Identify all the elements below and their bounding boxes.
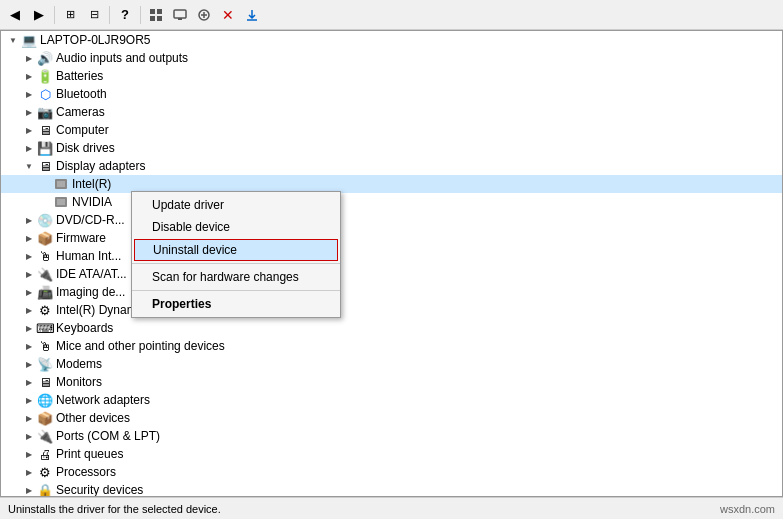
grid-icon xyxy=(149,8,163,22)
bluetooth-expand[interactable] xyxy=(21,86,37,102)
display-icon: 🖥 xyxy=(37,158,53,174)
ports-icon: 🔌 xyxy=(37,428,53,444)
tree-item-ports[interactable]: 🔌 Ports (COM & LPT) xyxy=(1,427,782,445)
humanint-expand[interactable] xyxy=(21,248,37,264)
security-expand[interactable] xyxy=(21,482,37,496)
disk-expand[interactable] xyxy=(21,140,37,156)
firmware-icon: 📦 xyxy=(37,230,53,246)
dvd-expand[interactable] xyxy=(21,212,37,228)
tree-item-display[interactable]: 🖥 Display adapters xyxy=(1,157,782,175)
help-button[interactable]: ? xyxy=(114,4,136,26)
tree-root[interactable]: 💻 LAPTOP-0LJR9OR5 xyxy=(1,31,782,49)
firmware-expand[interactable] xyxy=(21,230,37,246)
ctx-update-driver[interactable]: Update driver xyxy=(132,194,340,216)
forward-button[interactable]: ▶ xyxy=(28,4,50,26)
keyboards-icon: ⌨ xyxy=(37,320,53,336)
tree-item-cameras[interactable]: 📷 Cameras xyxy=(1,103,782,121)
other-icon: 📦 xyxy=(37,410,53,426)
disk-icon: 💾 xyxy=(37,140,53,156)
inteldyn-expand[interactable] xyxy=(21,302,37,318)
tree-item-disk[interactable]: 💾 Disk drives xyxy=(1,139,782,157)
tree-item-security[interactable]: 🔒 Security devices xyxy=(1,481,782,496)
root-label: LAPTOP-0LJR9OR5 xyxy=(40,33,782,47)
tree-item-print[interactable]: 🖨 Print queues xyxy=(1,445,782,463)
audio-label: Audio inputs and outputs xyxy=(56,51,782,65)
tree-item-firmware[interactable]: 📦 Firmware xyxy=(1,229,782,247)
display-expand[interactable] xyxy=(21,158,37,174)
tree-item-dvd[interactable]: 💿 DVD/CD-R... xyxy=(1,211,782,229)
tree-item-monitors[interactable]: 🖥 Monitors xyxy=(1,373,782,391)
humanint-icon: 🖱 xyxy=(37,248,53,264)
ctx-uninstall-device[interactable]: Uninstall device xyxy=(134,239,338,261)
ports-expand[interactable] xyxy=(21,428,37,444)
monitors-label: Monitors xyxy=(56,375,782,389)
tree-item-mice[interactable]: 🖱 Mice and other pointing devices xyxy=(1,337,782,355)
ide-icon: 🔌 xyxy=(37,266,53,282)
remove-button[interactable]: ✕ xyxy=(217,4,239,26)
other-expand[interactable] xyxy=(21,410,37,426)
network-icon: 🌐 xyxy=(37,392,53,408)
view2-button[interactable]: ⊟ xyxy=(83,4,105,26)
svg-rect-11 xyxy=(57,181,65,187)
cameras-icon: 📷 xyxy=(37,104,53,120)
monitor-button[interactable] xyxy=(169,4,191,26)
processors-expand[interactable] xyxy=(21,464,37,480)
add-driver-button[interactable] xyxy=(193,4,215,26)
modems-icon: 📡 xyxy=(37,356,53,372)
root-expand-arrow[interactable] xyxy=(5,32,21,48)
svg-rect-5 xyxy=(178,18,182,20)
mice-icon: 🖱 xyxy=(37,338,53,354)
ctx-scan-hardware[interactable]: Scan for hardware changes xyxy=(132,266,340,288)
tree-item-nvidia[interactable]: NVIDIA xyxy=(1,193,782,211)
tree-item-humanint[interactable]: 🖱 Human Int... xyxy=(1,247,782,265)
tree-item-imaging[interactable]: 📠 Imaging de... xyxy=(1,283,782,301)
tree-item-processors[interactable]: ⚙ Processors xyxy=(1,463,782,481)
ctx-disable-device[interactable]: Disable device xyxy=(132,216,340,238)
cameras-expand[interactable] xyxy=(21,104,37,120)
print-expand[interactable] xyxy=(21,446,37,462)
audio-expand[interactable] xyxy=(21,50,37,66)
tree-item-inteldyn[interactable]: ⚙ Intel(R) Dynamic Platform and Thermal … xyxy=(1,301,782,319)
tree-item-bluetooth[interactable]: ⬡ Bluetooth xyxy=(1,85,782,103)
modems-label: Modems xyxy=(56,357,782,371)
back-button[interactable]: ◀ xyxy=(4,4,26,26)
batteries-expand[interactable] xyxy=(21,68,37,84)
ports-label: Ports (COM & LPT) xyxy=(56,429,782,443)
imaging-expand[interactable] xyxy=(21,284,37,300)
status-message: Uninstalls the driver for the selected d… xyxy=(8,503,221,515)
view3-button[interactable] xyxy=(145,4,167,26)
statusbar: Uninstalls the driver for the selected d… xyxy=(0,497,783,519)
print-icon: 🖨 xyxy=(37,446,53,462)
brand-label: wsxdn.com xyxy=(720,503,775,515)
tree-item-audio[interactable]: 🔊 Audio inputs and outputs xyxy=(1,49,782,67)
modems-expand[interactable] xyxy=(21,356,37,372)
device-manager-window: 💻 LAPTOP-0LJR9OR5 🔊 Audio inputs and out… xyxy=(0,30,783,497)
monitors-expand[interactable] xyxy=(21,374,37,390)
tree-item-intel[interactable]: Intel(R) xyxy=(1,175,782,193)
tree-item-modems[interactable]: 📡 Modems xyxy=(1,355,782,373)
intel-icon xyxy=(53,176,69,192)
tree-item-ide[interactable]: 🔌 IDE ATA/AT... xyxy=(1,265,782,283)
security-label: Security devices xyxy=(56,483,782,496)
view1-button[interactable]: ⊞ xyxy=(59,4,81,26)
tree-item-computer[interactable]: 🖥 Computer xyxy=(1,121,782,139)
toolbar: ◀ ▶ ⊞ ⊟ ? ✕ xyxy=(0,0,783,30)
computer-expand[interactable] xyxy=(21,122,37,138)
tree-item-keyboards[interactable]: ⌨ Keyboards xyxy=(1,319,782,337)
processors-icon: ⚙ xyxy=(37,464,53,480)
keyboards-label: Keyboards xyxy=(56,321,782,335)
tree-item-network[interactable]: 🌐 Network adapters xyxy=(1,391,782,409)
update-button[interactable] xyxy=(241,4,263,26)
svg-rect-13 xyxy=(57,199,65,205)
toolbar-separator-1 xyxy=(54,6,55,24)
tree-item-other[interactable]: 📦 Other devices xyxy=(1,409,782,427)
ctx-properties[interactable]: Properties xyxy=(132,293,340,315)
tree-item-batteries[interactable]: 🔋 Batteries xyxy=(1,67,782,85)
computer-icon: 💻 xyxy=(21,32,37,48)
network-expand[interactable] xyxy=(21,392,37,408)
processors-label: Processors xyxy=(56,465,782,479)
mice-expand[interactable] xyxy=(21,338,37,354)
cameras-label: Cameras xyxy=(56,105,782,119)
ide-expand[interactable] xyxy=(21,266,37,282)
device-tree[interactable]: 💻 LAPTOP-0LJR9OR5 🔊 Audio inputs and out… xyxy=(1,31,782,496)
